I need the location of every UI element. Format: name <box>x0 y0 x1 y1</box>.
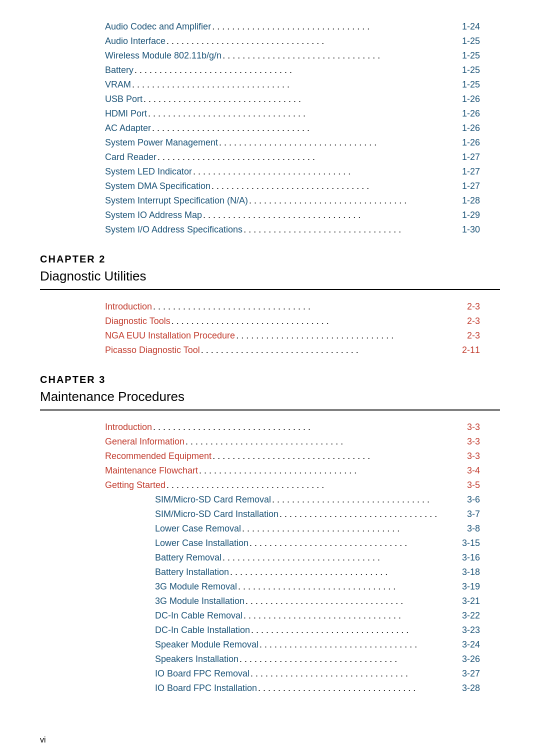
list-item: Battery Removal . . . . . . . . . . . . … <box>40 551 500 564</box>
toc-entry-page: 1-26 <box>462 136 480 150</box>
toc-entry-dots: . . . . . . . . . . . . . . . . . . . . … <box>219 136 461 150</box>
toc-entry-title: Lower Case Installation <box>155 536 248 550</box>
list-item: 3G Module Installation . . . . . . . . .… <box>40 594 500 608</box>
list-item: Speaker Module Removal . . . . . . . . .… <box>40 638 500 652</box>
toc-entry-title: IO Board FPC Removal <box>155 667 250 680</box>
chapter3-heading: CHAPTER 3 Maintenance Procedures <box>40 372 500 410</box>
toc-entry-title: System I/O Address Specifications <box>105 223 242 236</box>
toc-entry-page: 1-27 <box>462 150 480 164</box>
toc-entry-title: System IO Address Map <box>105 208 202 222</box>
list-item: Battery Installation . . . . . . . . . .… <box>40 566 500 579</box>
toc-entry-title: System Interrupt Specification (N/A) <box>105 194 248 208</box>
list-item: Introduction . . . . . . . . . . . . . .… <box>40 420 500 434</box>
chapter3-toc: Introduction . . . . . . . . . . . . . .… <box>40 420 500 695</box>
toc-entry-dots: . . . . . . . . . . . . . . . . . . . . … <box>153 420 466 434</box>
toc-entry-title: Battery <box>105 64 134 77</box>
chapter2-title: Diagnostic Utilities <box>40 266 500 290</box>
toc-entry-page: 1-25 <box>462 64 480 77</box>
list-item: VRAM . . . . . . . . . . . . . . . . . .… <box>105 78 480 92</box>
toc-entry-page: 1-26 <box>462 92 480 106</box>
toc-entry-title: NGA EUU Installation Procedure <box>105 329 235 342</box>
list-item: AC Adapter . . . . . . . . . . . . . . .… <box>105 122 480 135</box>
list-item: Lower Case Removal . . . . . . . . . . .… <box>40 522 500 536</box>
chapter3-label: CHAPTER 3 <box>40 372 500 387</box>
toc-entry-page: 1-26 <box>462 107 480 120</box>
list-item: IO Board FPC Removal . . . . . . . . . .… <box>40 667 500 680</box>
toc-entry-title: Audio Codec and Amplifier <box>105 20 211 34</box>
chapter1-toc-continuation: Audio Codec and Amplifier . . . . . . . … <box>40 20 500 236</box>
toc-entry-dots: . . . . . . . . . . . . . . . . . . . . … <box>186 435 466 448</box>
toc-entry-page: 2-3 <box>467 314 480 328</box>
toc-entry-dots: . . . . . . . . . . . . . . . . . . . . … <box>240 652 461 666</box>
toc-entry-dots: . . . . . . . . . . . . . . . . . . . . … <box>260 638 461 652</box>
toc-entry-dots: . . . . . . . . . . . . . . . . . . . . … <box>134 64 461 77</box>
toc-entry-title: Recommended Equipment <box>105 450 212 463</box>
toc-entry-dots: . . . . . . . . . . . . . . . . . . . . … <box>212 450 466 463</box>
toc-entry-dots: . . . . . . . . . . . . . . . . . . . . … <box>199 464 466 478</box>
toc-entry-dots: . . . . . . . . . . . . . . . . . . . . … <box>244 609 461 622</box>
list-item: IO Board FPC Installation . . . . . . . … <box>40 682 500 695</box>
toc-entry-title: 3G Module Installation <box>155 594 244 608</box>
toc-entry-dots: . . . . . . . . . . . . . . . . . . . . … <box>250 536 461 550</box>
toc-entry-title: Battery Installation <box>155 566 229 579</box>
list-item: Getting Started . . . . . . . . . . . . … <box>40 478 500 492</box>
list-item: Audio Interface . . . . . . . . . . . . … <box>105 34 480 48</box>
toc-entry-page: 3-7 <box>467 508 480 521</box>
toc-entry-page: 1-24 <box>462 20 480 34</box>
toc-entry-dots: . . . . . . . . . . . . . . . . . . . . … <box>203 208 461 222</box>
toc-entry-title: USB Port <box>105 92 142 106</box>
chapter2-label: CHAPTER 2 <box>40 252 500 266</box>
list-item: SIM/Micro-SD Card Installation . . . . .… <box>40 508 500 521</box>
toc-entry-title: Speakers Installation <box>155 652 238 666</box>
toc-entry-title: DC-In Cable Removal <box>155 609 242 622</box>
list-item: System IO Address Map . . . . . . . . . … <box>105 208 480 222</box>
toc-entry-title: Wireless Module 802.11b/g/n <box>105 49 222 62</box>
list-item: Introduction . . . . . . . . . . . . . .… <box>105 300 480 314</box>
page-number: vi <box>40 736 46 744</box>
toc-entry-dots: . . . . . . . . . . . . . . . . . . . . … <box>212 180 461 193</box>
toc-entry-page: 3-4 <box>467 464 480 478</box>
list-item: DC-In Cable Removal . . . . . . . . . . … <box>40 609 500 622</box>
list-item: System I/O Address Specifications . . . … <box>105 223 480 236</box>
toc-entry-page: 3-26 <box>462 652 480 666</box>
toc-entry-page: 3-23 <box>462 624 480 637</box>
toc-entry-dots: . . . . . . . . . . . . . . . . . . . . … <box>230 566 461 579</box>
toc-entry-title: AC Adapter <box>105 122 151 135</box>
toc-entry-title: System LED Indicator <box>105 165 192 178</box>
toc-entry-dots: . . . . . . . . . . . . . . . . . . . . … <box>236 329 466 342</box>
list-item: Wireless Module 802.11b/g/n . . . . . . … <box>105 49 480 62</box>
toc-entry-dots: . . . . . . . . . . . . . . . . . . . . … <box>166 478 466 492</box>
chapter2-toc: Introduction . . . . . . . . . . . . . .… <box>40 300 500 357</box>
toc-entry-dots: . . . . . . . . . . . . . . . . . . . . … <box>249 194 461 208</box>
toc-entry-title: Diagnostic Tools <box>105 314 170 328</box>
toc-entry-title: System Power Management <box>105 136 218 150</box>
toc-entry-title: Picasso Diagnostic Tool <box>105 344 200 357</box>
toc-entry-page: 3-3 <box>467 435 480 448</box>
toc-entry-page: 1-25 <box>462 49 480 62</box>
toc-entry-title: Introduction <box>105 420 152 434</box>
toc-entry-dots: . . . . . . . . . . . . . . . . . . . . … <box>158 150 461 164</box>
toc-entry-title: 3G Module Removal <box>155 580 237 594</box>
toc-entry-dots: . . . . . . . . . . . . . . . . . . . . … <box>238 580 461 594</box>
toc-entry-dots: . . . . . . . . . . . . . . . . . . . . … <box>144 92 461 106</box>
toc-entry-page: 3-22 <box>462 609 480 622</box>
toc-entry-page: 3-21 <box>462 594 480 608</box>
chapter3-title: Maintenance Procedures <box>40 387 500 410</box>
list-item: System Interrupt Specification (N/A) . .… <box>105 194 480 208</box>
toc-entry-dots: . . . . . . . . . . . . . . . . . . . . … <box>244 223 461 236</box>
list-item: 3G Module Removal . . . . . . . . . . . … <box>40 580 500 594</box>
toc-entry-page: 1-29 <box>462 208 480 222</box>
list-item: System DMA Specification . . . . . . . .… <box>105 180 480 193</box>
toc-entry-title: Card Reader <box>105 150 156 164</box>
toc-entry-title: Introduction <box>105 300 152 314</box>
toc-entry-title: Battery Removal <box>155 551 222 564</box>
toc-entry-title: Getting Started <box>105 478 166 492</box>
toc-entry-page: 1-27 <box>462 165 480 178</box>
toc-entry-dots: . . . . . . . . . . . . . . . . . . . . … <box>258 682 461 695</box>
toc-entry-title: System DMA Specification <box>105 180 210 193</box>
toc-entry-dots: . . . . . . . . . . . . . . . . . . . . … <box>250 667 461 680</box>
list-item: General Information . . . . . . . . . . … <box>40 435 500 448</box>
toc-entry-title: Maintenance Flowchart <box>105 464 198 478</box>
toc-entry-page: 1-25 <box>462 34 480 48</box>
toc-entry-dots: . . . . . . . . . . . . . . . . . . . . … <box>166 34 461 48</box>
